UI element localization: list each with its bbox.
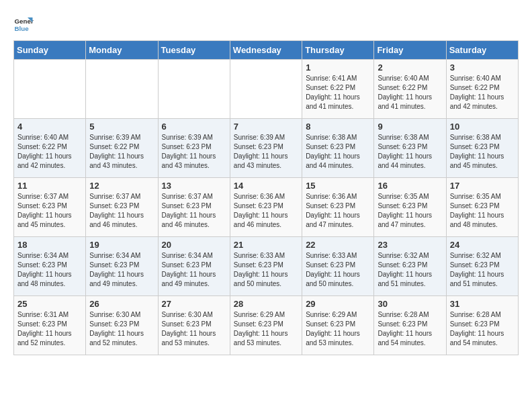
day-of-week-header: Saturday [446, 41, 518, 60]
day-number: 21 [234, 240, 298, 250]
calendar-table: SundayMondayTuesdayWednesdayThursdayFrid… [13, 40, 519, 355]
day-number: 13 [162, 181, 226, 191]
calendar-day-cell: 24Sunrise: 6:32 AM Sunset: 6:23 PM Dayli… [446, 237, 518, 296]
day-info: Sunrise: 6:33 AM Sunset: 6:23 PM Dayligh… [234, 251, 298, 289]
day-info: Sunrise: 6:39 AM Sunset: 6:23 PM Dayligh… [162, 133, 226, 171]
day-number: 6 [162, 122, 226, 132]
svg-text:Blue: Blue [15, 25, 30, 32]
day-number: 4 [17, 122, 82, 132]
calendar-day-cell: 8Sunrise: 6:38 AM Sunset: 6:23 PM Daylig… [302, 119, 374, 178]
calendar-day-cell: 12Sunrise: 6:37 AM Sunset: 6:23 PM Dayli… [86, 178, 158, 237]
calendar-day-cell: 29Sunrise: 6:29 AM Sunset: 6:23 PM Dayli… [302, 296, 374, 355]
calendar-day-cell: 17Sunrise: 6:35 AM Sunset: 6:23 PM Dayli… [446, 178, 518, 237]
day-number: 14 [234, 181, 298, 191]
day-of-week-header: Friday [374, 41, 446, 60]
logo: General Blue [13, 13, 34, 34]
calendar-day-cell: 9Sunrise: 6:38 AM Sunset: 6:23 PM Daylig… [374, 119, 446, 178]
day-number: 27 [162, 299, 226, 309]
calendar-day-cell: 14Sunrise: 6:36 AM Sunset: 6:23 PM Dayli… [230, 178, 302, 237]
day-info: Sunrise: 6:38 AM Sunset: 6:23 PM Dayligh… [450, 133, 515, 171]
day-number: 15 [306, 181, 370, 191]
day-info: Sunrise: 6:34 AM Sunset: 6:23 PM Dayligh… [89, 251, 154, 289]
calendar-day-cell [230, 60, 302, 119]
calendar-day-cell: 25Sunrise: 6:31 AM Sunset: 6:23 PM Dayli… [14, 296, 86, 355]
day-info: Sunrise: 6:37 AM Sunset: 6:23 PM Dayligh… [89, 192, 154, 230]
day-info: Sunrise: 6:29 AM Sunset: 6:23 PM Dayligh… [306, 310, 370, 348]
day-info: Sunrise: 6:40 AM Sunset: 6:22 PM Dayligh… [378, 74, 442, 111]
day-number: 11 [17, 181, 82, 191]
calendar-day-cell: 6Sunrise: 6:39 AM Sunset: 6:23 PM Daylig… [158, 119, 230, 178]
day-info: Sunrise: 6:39 AM Sunset: 6:22 PM Dayligh… [89, 133, 154, 171]
calendar-day-cell: 30Sunrise: 6:28 AM Sunset: 6:23 PM Dayli… [374, 296, 446, 355]
calendar-day-cell [86, 60, 158, 119]
day-info: Sunrise: 6:32 AM Sunset: 6:23 PM Dayligh… [378, 251, 442, 289]
calendar-day-cell: 20Sunrise: 6:34 AM Sunset: 6:23 PM Dayli… [158, 237, 230, 296]
day-info: Sunrise: 6:38 AM Sunset: 6:23 PM Dayligh… [378, 133, 442, 171]
calendar-day-cell: 28Sunrise: 6:29 AM Sunset: 6:23 PM Dayli… [230, 296, 302, 355]
calendar-day-cell [14, 60, 86, 119]
day-info: Sunrise: 6:40 AM Sunset: 6:22 PM Dayligh… [17, 133, 82, 171]
calendar-day-cell: 10Sunrise: 6:38 AM Sunset: 6:23 PM Dayli… [446, 119, 518, 178]
calendar-day-cell: 26Sunrise: 6:30 AM Sunset: 6:23 PM Dayli… [86, 296, 158, 355]
calendar-day-cell: 27Sunrise: 6:30 AM Sunset: 6:23 PM Dayli… [158, 296, 230, 355]
day-of-week-header: Monday [86, 41, 158, 60]
day-number: 26 [89, 299, 154, 309]
day-of-week-header: Wednesday [230, 41, 302, 60]
day-of-week-header: Thursday [302, 41, 374, 60]
day-number: 31 [450, 299, 515, 309]
day-number: 5 [89, 122, 154, 132]
page-header: General Blue [13, 13, 519, 34]
day-number: 10 [450, 122, 515, 132]
day-info: Sunrise: 6:34 AM Sunset: 6:23 PM Dayligh… [162, 251, 226, 289]
day-info: Sunrise: 6:35 AM Sunset: 6:23 PM Dayligh… [378, 192, 442, 230]
day-number: 23 [378, 240, 442, 250]
calendar-day-cell [158, 60, 230, 119]
day-number: 2 [378, 62, 442, 73]
day-number: 3 [450, 62, 515, 73]
day-number: 17 [450, 181, 515, 191]
logo-icon: General Blue [13, 13, 34, 34]
day-number: 18 [17, 240, 82, 250]
day-info: Sunrise: 6:33 AM Sunset: 6:23 PM Dayligh… [306, 251, 370, 289]
calendar-week-row: 1Sunrise: 6:41 AM Sunset: 6:22 PM Daylig… [14, 60, 519, 119]
calendar-day-cell: 16Sunrise: 6:35 AM Sunset: 6:23 PM Dayli… [374, 178, 446, 237]
day-number: 19 [89, 240, 154, 250]
calendar-day-cell: 21Sunrise: 6:33 AM Sunset: 6:23 PM Dayli… [230, 237, 302, 296]
calendar-day-cell: 3Sunrise: 6:40 AM Sunset: 6:22 PM Daylig… [446, 60, 518, 119]
day-of-week-header: Tuesday [158, 41, 230, 60]
day-number: 8 [306, 122, 370, 132]
day-info: Sunrise: 6:29 AM Sunset: 6:23 PM Dayligh… [234, 310, 298, 348]
day-info: Sunrise: 6:40 AM Sunset: 6:22 PM Dayligh… [450, 74, 515, 111]
day-info: Sunrise: 6:39 AM Sunset: 6:23 PM Dayligh… [234, 133, 298, 171]
day-number: 16 [378, 181, 442, 191]
day-info: Sunrise: 6:36 AM Sunset: 6:23 PM Dayligh… [306, 192, 370, 230]
calendar-week-row: 4Sunrise: 6:40 AM Sunset: 6:22 PM Daylig… [14, 119, 519, 178]
day-number: 7 [234, 122, 298, 132]
day-number: 9 [378, 122, 442, 132]
calendar-day-cell: 1Sunrise: 6:41 AM Sunset: 6:22 PM Daylig… [302, 60, 374, 119]
day-info: Sunrise: 6:31 AM Sunset: 6:23 PM Dayligh… [17, 310, 82, 348]
calendar-day-cell: 11Sunrise: 6:37 AM Sunset: 6:23 PM Dayli… [14, 178, 86, 237]
day-info: Sunrise: 6:28 AM Sunset: 6:23 PM Dayligh… [450, 310, 515, 348]
day-info: Sunrise: 6:34 AM Sunset: 6:23 PM Dayligh… [17, 251, 82, 289]
calendar-day-cell: 4Sunrise: 6:40 AM Sunset: 6:22 PM Daylig… [14, 119, 86, 178]
day-info: Sunrise: 6:38 AM Sunset: 6:23 PM Dayligh… [306, 133, 370, 171]
calendar-day-cell: 7Sunrise: 6:39 AM Sunset: 6:23 PM Daylig… [230, 119, 302, 178]
calendar-day-cell: 13Sunrise: 6:37 AM Sunset: 6:23 PM Dayli… [158, 178, 230, 237]
day-number: 25 [17, 299, 82, 309]
day-number: 12 [89, 181, 154, 191]
day-info: Sunrise: 6:36 AM Sunset: 6:23 PM Dayligh… [234, 192, 298, 230]
day-info: Sunrise: 6:30 AM Sunset: 6:23 PM Dayligh… [89, 310, 154, 348]
day-info: Sunrise: 6:35 AM Sunset: 6:23 PM Dayligh… [450, 192, 515, 230]
calendar-day-cell: 2Sunrise: 6:40 AM Sunset: 6:22 PM Daylig… [374, 60, 446, 119]
day-number: 1 [306, 62, 370, 73]
calendar-day-cell: 22Sunrise: 6:33 AM Sunset: 6:23 PM Dayli… [302, 237, 374, 296]
day-info: Sunrise: 6:41 AM Sunset: 6:22 PM Dayligh… [306, 74, 370, 111]
calendar-day-cell: 15Sunrise: 6:36 AM Sunset: 6:23 PM Dayli… [302, 178, 374, 237]
day-number: 22 [306, 240, 370, 250]
day-of-week-header: Sunday [14, 41, 86, 60]
day-number: 28 [234, 299, 298, 309]
day-number: 24 [450, 240, 515, 250]
day-number: 20 [162, 240, 226, 250]
calendar-week-row: 11Sunrise: 6:37 AM Sunset: 6:23 PM Dayli… [14, 178, 519, 237]
